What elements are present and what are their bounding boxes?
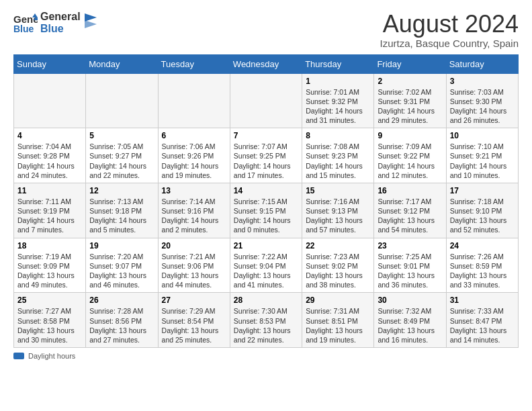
day-info: Sunrise: 7:08 AM Sunset: 9:23 PM Dayligh… [306,142,370,180]
day-of-week-monday: Monday [86,54,158,73]
day-of-week-saturday: Saturday [446,54,518,73]
day-number: 11 [17,186,82,195]
day-info: Sunrise: 7:21 AM Sunset: 9:06 PM Dayligh… [162,252,226,290]
calendar-cell: 25Sunrise: 7:27 AM Sunset: 8:58 PM Dayli… [14,293,86,348]
calendar-cell: 19Sunrise: 7:20 AM Sunset: 9:07 PM Dayli… [86,238,158,293]
location-title: Izurtza, Basque Country, Spain [380,38,519,49]
day-info: Sunrise: 7:07 AM Sunset: 9:25 PM Dayligh… [234,142,298,180]
calendar-cell [86,73,158,128]
day-number: 18 [17,241,82,250]
day-info: Sunrise: 7:22 AM Sunset: 9:04 PM Dayligh… [234,252,298,290]
day-info: Sunrise: 7:01 AM Sunset: 9:32 PM Dayligh… [306,87,370,126]
day-number: 26 [89,295,154,305]
day-info: Sunrise: 7:17 AM Sunset: 9:12 PM Dayligh… [378,197,442,235]
day-number: 17 [450,186,515,195]
calendar-cell: 12Sunrise: 7:13 AM Sunset: 9:18 PM Dayli… [86,183,158,238]
calendar-cell [14,73,86,128]
day-info: Sunrise: 7:29 AM Sunset: 8:54 PM Dayligh… [162,306,226,345]
day-info: Sunrise: 7:14 AM Sunset: 9:16 PM Dayligh… [162,197,226,235]
calendar-cell: 20Sunrise: 7:21 AM Sunset: 9:06 PM Dayli… [158,238,230,293]
day-info: Sunrise: 7:02 AM Sunset: 9:31 PM Dayligh… [378,87,442,126]
days-header-row: SundayMondayTuesdayWednesdayThursdayFrid… [14,54,519,73]
day-number: 2 [378,77,442,86]
calendar-cell: 24Sunrise: 7:26 AM Sunset: 8:59 PM Dayli… [446,238,518,293]
day-number: 23 [378,241,442,250]
day-info: Sunrise: 7:26 AM Sunset: 8:59 PM Dayligh… [450,252,515,290]
day-number: 29 [306,295,370,305]
week-row-3: 11Sunrise: 7:11 AM Sunset: 9:19 PM Dayli… [14,183,519,238]
day-number: 25 [17,295,82,305]
calendar-cell: 16Sunrise: 7:17 AM Sunset: 9:12 PM Dayli… [374,183,446,238]
title-area: August 2024 Izurtza, Basque Country, Spa… [380,11,519,49]
day-info: Sunrise: 7:04 AM Sunset: 9:28 PM Dayligh… [17,142,82,180]
day-number: 9 [378,131,442,140]
calendar-cell: 31Sunrise: 7:33 AM Sunset: 8:47 PM Dayli… [446,293,518,348]
day-of-week-wednesday: Wednesday [230,54,302,73]
day-number: 7 [234,131,298,140]
svg-marker-5 [85,20,97,28]
day-number: 4 [17,131,82,140]
logo: General Blue General Blue [13,11,97,35]
day-of-week-friday: Friday [374,54,446,73]
day-info: Sunrise: 7:32 AM Sunset: 8:49 PM Dayligh… [378,306,442,345]
day-number: 28 [234,295,298,305]
day-number: 16 [378,186,442,195]
header: General Blue General Blue August 2024 Iz… [13,11,519,49]
day-of-week-sunday: Sunday [14,54,86,73]
calendar-cell: 11Sunrise: 7:11 AM Sunset: 9:19 PM Dayli… [14,183,86,238]
calendar-cell: 14Sunrise: 7:15 AM Sunset: 9:15 PM Dayli… [230,183,302,238]
calendar-cell: 1Sunrise: 7:01 AM Sunset: 9:32 PM Daylig… [302,73,374,128]
week-row-1: 1Sunrise: 7:01 AM Sunset: 9:32 PM Daylig… [14,73,519,128]
calendar-cell: 18Sunrise: 7:19 AM Sunset: 9:09 PM Dayli… [14,238,86,293]
calendar-cell: 9Sunrise: 7:09 AM Sunset: 9:22 PM Daylig… [374,128,446,183]
calendar-cell: 8Sunrise: 7:08 AM Sunset: 9:23 PM Daylig… [302,128,374,183]
footer-note: Daylight hours [13,352,519,360]
day-info: Sunrise: 7:13 AM Sunset: 9:18 PM Dayligh… [89,197,154,235]
calendar-cell: 2Sunrise: 7:02 AM Sunset: 9:31 PM Daylig… [374,73,446,128]
calendar-cell: 26Sunrise: 7:28 AM Sunset: 8:56 PM Dayli… [86,293,158,348]
day-info: Sunrise: 7:19 AM Sunset: 9:09 PM Dayligh… [17,252,82,290]
calendar-cell: 23Sunrise: 7:25 AM Sunset: 9:01 PM Dayli… [374,238,446,293]
calendar-cell: 4Sunrise: 7:04 AM Sunset: 9:28 PM Daylig… [14,128,86,183]
day-number: 31 [450,295,515,305]
day-info: Sunrise: 7:06 AM Sunset: 9:26 PM Dayligh… [162,142,226,180]
day-info: Sunrise: 7:27 AM Sunset: 8:58 PM Dayligh… [17,306,82,345]
week-row-5: 25Sunrise: 7:27 AM Sunset: 8:58 PM Dayli… [14,293,519,348]
month-title: August 2024 [380,11,519,38]
day-info: Sunrise: 7:33 AM Sunset: 8:47 PM Dayligh… [450,306,515,345]
calendar-cell: 5Sunrise: 7:05 AM Sunset: 9:27 PM Daylig… [86,128,158,183]
day-info: Sunrise: 7:20 AM Sunset: 9:07 PM Dayligh… [89,252,154,290]
day-info: Sunrise: 7:11 AM Sunset: 9:19 PM Dayligh… [17,197,82,235]
day-info: Sunrise: 7:28 AM Sunset: 8:56 PM Dayligh… [89,306,154,345]
day-of-week-thursday: Thursday [302,54,374,73]
svg-text:Blue: Blue [13,24,34,34]
day-info: Sunrise: 7:18 AM Sunset: 9:10 PM Dayligh… [450,197,515,235]
logo-icon: General Blue [13,11,38,35]
calendar-cell: 3Sunrise: 7:03 AM Sunset: 9:30 PM Daylig… [446,73,518,128]
day-number: 10 [450,131,515,140]
day-number: 20 [162,241,226,250]
calendar-cell: 30Sunrise: 7:32 AM Sunset: 8:49 PM Dayli… [374,293,446,348]
logo-flag-icon [83,13,97,32]
day-number: 3 [450,77,515,86]
svg-marker-4 [85,13,97,21]
calendar-cell: 21Sunrise: 7:22 AM Sunset: 9:04 PM Dayli… [230,238,302,293]
day-info: Sunrise: 7:31 AM Sunset: 8:51 PM Dayligh… [306,306,370,345]
day-number: 24 [450,241,515,250]
day-info: Sunrise: 7:30 AM Sunset: 8:53 PM Dayligh… [234,306,298,345]
day-number: 21 [234,241,298,250]
day-number: 15 [306,186,370,195]
day-of-week-tuesday: Tuesday [158,54,230,73]
calendar-cell: 15Sunrise: 7:16 AM Sunset: 9:13 PM Dayli… [302,183,374,238]
day-info: Sunrise: 7:25 AM Sunset: 9:01 PM Dayligh… [378,252,442,290]
day-number: 6 [162,131,226,140]
day-info: Sunrise: 7:03 AM Sunset: 9:30 PM Dayligh… [450,87,515,126]
day-info: Sunrise: 7:23 AM Sunset: 9:02 PM Dayligh… [306,252,370,290]
day-info: Sunrise: 7:05 AM Sunset: 9:27 PM Dayligh… [89,142,154,180]
week-row-4: 18Sunrise: 7:19 AM Sunset: 9:09 PM Dayli… [14,238,519,293]
calendar-table: SundayMondayTuesdayWednesdayThursdayFrid… [13,54,519,348]
day-number: 22 [306,241,370,250]
day-number: 30 [378,295,442,305]
calendar-cell: 28Sunrise: 7:30 AM Sunset: 8:53 PM Dayli… [230,293,302,348]
calendar-cell [230,73,302,128]
